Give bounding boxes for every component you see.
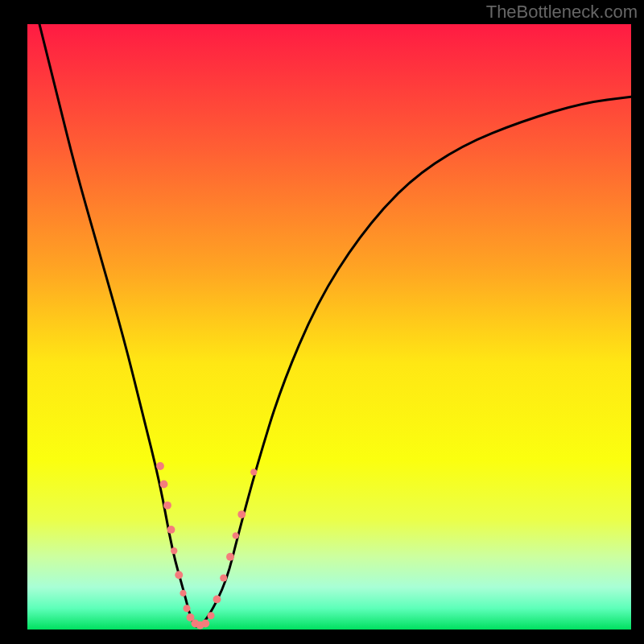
data-marker [213,595,221,603]
plot-svg [27,24,631,630]
data-marker [171,547,177,554]
data-marker [163,502,171,510]
data-marker [220,575,227,582]
data-marker [167,526,175,534]
data-marker [237,510,246,518]
data-marker [233,532,239,539]
data-marker [226,553,234,561]
data-marker [175,571,183,579]
chart-root: TheBottleneck.com [0,0,644,644]
data-marker [201,620,209,628]
data-marker [207,612,214,619]
data-marker [160,481,168,489]
data-marker [183,605,190,612]
data-marker [250,469,257,475]
bottleneck-curve [39,24,631,626]
data-marker [156,462,164,470]
watermark-text: TheBottleneck.com [486,2,638,23]
data-marker [180,590,186,597]
